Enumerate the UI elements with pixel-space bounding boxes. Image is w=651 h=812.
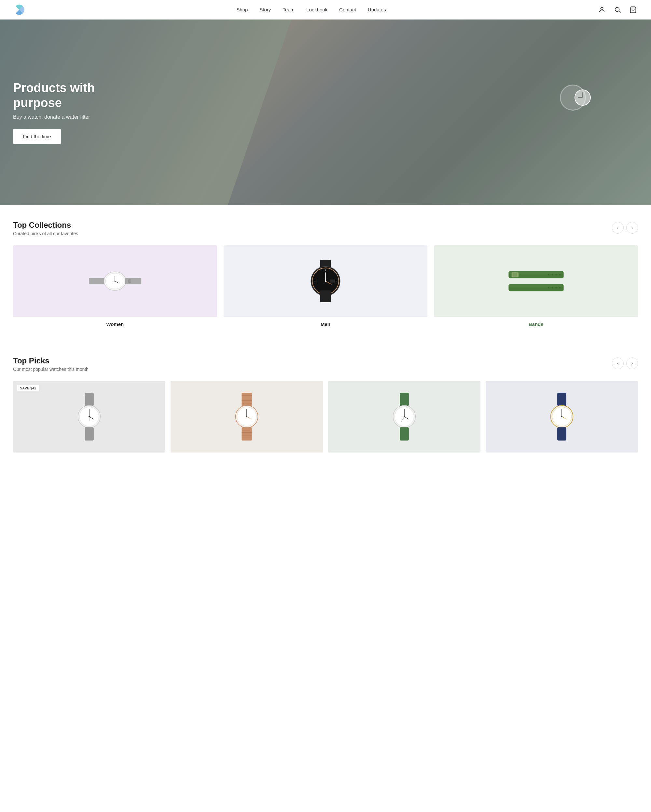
svg-rect-48 [85, 427, 94, 441]
collection-label-bands: Bands [434, 317, 638, 330]
picks-heading: Top Picks Our most popular watches this … [13, 356, 89, 372]
svg-point-37 [548, 287, 549, 288]
collections-next-button[interactable]: › [626, 222, 638, 234]
hero-section: Products with purpose Buy a watch, donat… [0, 20, 651, 205]
svg-rect-64 [400, 393, 409, 406]
picks-prev-button[interactable]: ‹ [612, 357, 623, 369]
picks-subtitle: Our most popular watches this month [13, 366, 89, 372]
nav-story[interactable]: Story [260, 7, 271, 12]
hero-cta-button[interactable]: Find the time [13, 129, 61, 144]
hero-subtitle: Buy a watch, donate a water filter [13, 114, 143, 120]
svg-rect-5 [89, 278, 104, 284]
collections-subtitle: Curated picks of all our favorites [13, 231, 78, 236]
pick-card-3[interactable] [328, 381, 480, 453]
svg-rect-21 [330, 279, 335, 283]
svg-point-31 [548, 274, 549, 276]
svg-point-2 [615, 7, 619, 11]
cart-icon [630, 6, 637, 13]
picks-header: Top Picks Our most popular watches this … [13, 356, 638, 372]
nav-icons [597, 5, 638, 15]
search-button[interactable] [613, 5, 622, 15]
svg-point-77 [561, 416, 562, 417]
svg-rect-41 [85, 393, 94, 406]
collections-header: Top Collections Curated picks of all our… [13, 221, 638, 236]
svg-rect-72 [557, 393, 566, 406]
svg-point-34 [559, 274, 561, 276]
hero-title: Products with purpose [13, 81, 143, 110]
collection-image-women [13, 245, 217, 317]
pick-image-2 [171, 381, 323, 453]
pick-card-4[interactable] [486, 381, 638, 453]
pick-image-1: SAVE $42 [13, 381, 165, 453]
svg-rect-11 [125, 278, 141, 284]
collection-image-bands [434, 245, 638, 317]
collections-heading: Top Collections Curated picks of all our… [13, 221, 78, 236]
logo[interactable] [13, 4, 25, 16]
nav-links: Shop Story Team Lookbook Contact Updates [236, 7, 386, 13]
collection-label-men: Men [224, 317, 428, 330]
pick-watch-3-svg [390, 393, 419, 441]
user-icon [598, 6, 605, 13]
account-button[interactable] [597, 5, 607, 15]
svg-rect-25 [320, 290, 331, 302]
nav-contact[interactable]: Contact [339, 7, 356, 12]
picks-carousel-controls: ‹ › [612, 357, 638, 369]
top-collections-section: Top Collections Curated picks of all our… [0, 205, 651, 340]
svg-rect-78 [557, 427, 566, 441]
collection-card-bands[interactable]: Bands [434, 245, 638, 330]
collections-carousel-controls: ‹ › [612, 222, 638, 234]
picks-title: Top Picks [13, 356, 89, 365]
top-picks-section: Top Picks Our most popular watches this … [0, 340, 651, 463]
pick-card-1[interactable]: SAVE $42 [13, 381, 165, 453]
nav-team[interactable]: Team [283, 7, 295, 12]
svg-rect-12 [128, 279, 131, 283]
pick-image-3 [328, 381, 480, 453]
watch-bands-svg [504, 269, 568, 294]
collection-label-women: Women [13, 317, 217, 330]
collections-grid: Women [13, 245, 638, 330]
pick-watch-2-svg [232, 393, 261, 441]
svg-point-38 [552, 287, 553, 288]
svg-line-3 [619, 11, 620, 13]
picks-grid: SAVE $42 [13, 381, 638, 453]
hero-content: Products with purpose Buy a watch, donat… [13, 81, 143, 144]
svg-point-40 [559, 287, 561, 288]
svg-point-32 [552, 274, 553, 276]
svg-point-47 [89, 416, 90, 417]
pick-card-2[interactable] [171, 381, 323, 453]
pick-image-4 [486, 381, 638, 453]
svg-point-70 [403, 416, 405, 417]
pick-watch-4-svg [547, 393, 576, 441]
svg-point-10 [115, 281, 116, 281]
svg-point-1 [601, 7, 603, 9]
svg-rect-71 [400, 427, 409, 441]
svg-rect-49 [241, 393, 252, 406]
picks-next-button[interactable]: › [626, 357, 638, 369]
svg-point-33 [555, 274, 557, 276]
navbar: Shop Story Team Lookbook Contact Updates [0, 0, 651, 20]
nav-updates[interactable]: Updates [368, 7, 386, 12]
search-icon [614, 6, 621, 13]
watch-men-svg [304, 260, 347, 302]
watch-women-svg [89, 271, 141, 292]
watch-face [575, 90, 591, 106]
save-badge-1: SAVE $42 [17, 385, 40, 391]
collections-prev-button[interactable]: ‹ [612, 222, 623, 234]
svg-rect-36 [509, 284, 564, 287]
collection-image-men [224, 245, 428, 317]
svg-point-39 [555, 287, 557, 288]
collection-card-women[interactable]: Women [13, 245, 217, 330]
collections-title: Top Collections [13, 221, 78, 230]
pick-watch-1-svg [75, 393, 104, 441]
collection-card-men[interactable]: Men [224, 245, 428, 330]
svg-rect-59 [241, 427, 252, 441]
svg-point-24 [325, 281, 327, 282]
nav-shop[interactable]: Shop [236, 7, 248, 12]
cart-button[interactable] [628, 5, 638, 15]
svg-point-58 [246, 416, 248, 417]
nav-lookbook[interactable]: Lookbook [306, 7, 327, 12]
